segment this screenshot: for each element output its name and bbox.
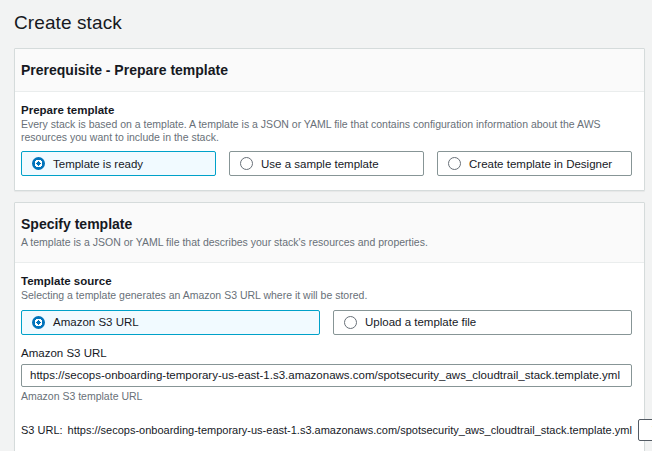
radio-tile-use-sample-template[interactable]: Use a sample template [229,151,424,176]
template-source-description: Selecting a template generates an Amazon… [21,289,632,302]
radio-tile-create-template-in-designer[interactable]: Create template in Designer [437,151,632,176]
page-title: Create stack [14,12,645,34]
amazon-s3-url-label: Amazon S3 URL [21,347,632,359]
radio-tile-label: Template is ready [53,158,143,170]
specify-template-card-title: Specify template [21,216,632,232]
prepare-template-options: Template is ready Use a sample template … [21,151,632,176]
radio-selected-icon [32,157,45,170]
s3-url-summary-text: S3 URL:https://secops-onboarding-tempora… [21,424,632,436]
specify-template-card-header: Specify template A template is a JSON or… [15,203,644,263]
radio-unselected-icon [448,157,461,170]
amazon-s3-url-helper: Amazon S3 template URL [21,390,632,402]
radio-unselected-icon [344,316,357,329]
specify-template-card-description: A template is a JSON or YAML file that d… [21,236,632,249]
prepare-template-label: Prepare template [21,104,632,116]
amazon-s3-url-input[interactable] [21,364,632,387]
radio-tile-template-is-ready[interactable]: Template is ready [21,151,216,176]
prerequisite-card: Prerequisite - Prepare template Prepare … [14,48,645,191]
prepare-template-description: Every stack is based on a template. A te… [21,118,632,144]
radio-tile-upload-template-file[interactable]: Upload a template file [333,310,632,335]
radio-tile-label: Amazon S3 URL [53,316,139,328]
s3-url-summary-row: S3 URL:https://secops-onboarding-tempora… [21,419,632,441]
specify-template-card-body: Template source Selecting a template gen… [15,263,644,451]
radio-tile-label: Create template in Designer [469,158,612,170]
prerequisite-card-header: Prerequisite - Prepare template [15,49,644,92]
s3-url-summary-label: S3 URL: [21,424,63,436]
prerequisite-card-title: Prerequisite - Prepare template [21,62,632,78]
specify-template-card: Specify template A template is a JSON or… [14,202,645,451]
radio-tile-label: Upload a template file [365,316,476,328]
create-stack-page: Create stack Prerequisite - Prepare temp… [0,0,652,451]
view-in-designer-button[interactable]: View in Designer [638,419,652,441]
radio-tile-label: Use a sample template [261,158,379,170]
template-source-label: Template source [21,275,632,287]
radio-tile-amazon-s3-url[interactable]: Amazon S3 URL [21,310,320,335]
template-source-options: Amazon S3 URL Upload a template file [21,310,632,335]
prerequisite-card-body: Prepare template Every stack is based on… [15,92,644,190]
radio-unselected-icon [240,157,253,170]
radio-selected-icon [32,316,45,329]
s3-url-summary-value: https://secops-onboarding-temporary-us-e… [68,424,632,436]
